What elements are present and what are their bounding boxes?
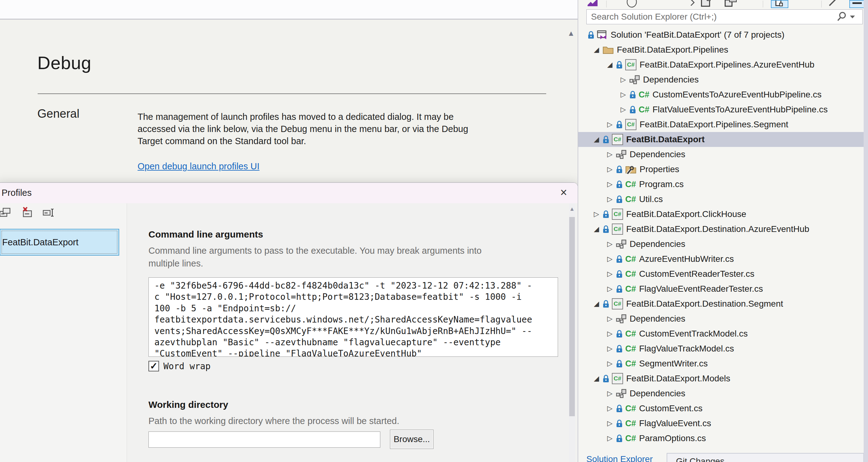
lock-icon [602,210,609,219]
expand-expander-icon[interactable]: ▷ [621,105,629,114]
tree-row[interactable]: ◢C#FeatBit.DataExport.Destination.AzureE… [578,222,864,237]
expand-expander-icon[interactable]: ▷ [607,359,616,368]
expand-expander-icon[interactable]: ▷ [607,150,616,159]
expand-expander-icon[interactable]: ▷ [607,165,616,174]
dialog-titlebar[interactable]: Profiles × [0,183,578,203]
lock-icon [602,225,609,234]
tree-row[interactable]: ▷C#Util.cs [578,192,864,207]
expand-expander-icon[interactable]: ▷ [607,419,616,428]
new-profile-icon[interactable] [0,207,11,219]
tree-row[interactable]: ▷Dependencies [578,72,864,87]
dialog-scrollbar-thumb[interactable] [569,217,575,416]
search-icon[interactable] [836,11,847,23]
tree-row[interactable]: ◢C#FeatBit.DataExport [578,132,864,147]
dialog-scrollbar[interactable]: ▲ [569,203,575,462]
tree-row[interactable]: ▷C#Program.cs [578,177,864,192]
tab-git-changes[interactable]: Git Changes [666,453,864,462]
expand-expander-icon[interactable]: ▷ [607,404,616,413]
search-input[interactable]: Search Solution Explorer (Ctrl+;) [587,12,836,22]
visual-studio-window: ▲ Debug General The management of launch… [0,0,868,462]
expand-expander-icon[interactable]: ▷ [607,314,616,323]
expand-expander-icon[interactable]: ▷ [607,329,616,338]
rename-profile-icon[interactable] [43,207,55,219]
tree-row[interactable]: ▷Dependencies [578,311,864,326]
collapse-expander-icon[interactable]: ◢ [594,135,602,144]
pencil-icon[interactable] [827,0,839,8]
chevron-down-icon[interactable] [850,16,855,19]
tree-item-label: Dependencies [643,75,699,85]
lock-icon [616,61,623,69]
solution-tree: Solution 'FeatBit.DataExport' (7 of 7 pr… [578,27,864,446]
tree-row[interactable]: ▷Dependencies [578,237,864,251]
expand-expander-icon[interactable]: ▷ [607,434,616,443]
tree-row[interactable]: ▷Dependencies [578,386,864,401]
window-stack-icon[interactable] [700,0,722,8]
browse-button[interactable]: Browse... [390,430,434,449]
collapse-all-icon[interactable] [849,0,864,8]
tree-row[interactable]: ▷C#CustomEventReaderTester.cs [578,267,864,281]
expand-expander-icon[interactable]: ▷ [621,90,629,99]
lock-icon [616,404,623,413]
expand-expander-icon[interactable]: ▷ [607,255,616,264]
toolbar-separator [821,1,822,7]
collapse-expander-icon[interactable]: ◢ [594,45,602,54]
close-icon[interactable]: × [556,184,571,201]
tree-row[interactable]: ▷C#FlatValueEventsToAzureEventHubPipelin… [578,102,864,117]
tree-row[interactable]: ◢C#FeatBit.DataExport.Destination.Segmen… [578,297,864,311]
open-debug-launch-profiles-link[interactable]: Open debug launch profiles UI [137,161,259,172]
tree-row[interactable]: ▷C#ParamOptions.cs [578,431,864,446]
tree-row[interactable]: ▷C#CustomEvent.cs [578,401,864,416]
csharp-file-icon: C# [625,254,636,264]
filter-icon[interactable] [625,0,639,8]
tree-row[interactable]: ▷Properties [578,162,864,177]
expand-expander-icon[interactable]: ▷ [607,180,616,189]
tree-row[interactable]: ▷C#FlagValueTrackModel.cs [578,341,864,356]
command-line-arguments-input[interactable]: -e "32f6be54-6796-44dd-bc82-f4824b0da13c… [149,277,558,357]
expand-expander-icon[interactable]: ▷ [607,120,616,129]
tool-window-tabs: Solution Explorer Git Changes [578,453,864,462]
window-stack-icon[interactable] [724,0,741,8]
lock-icon [616,419,623,428]
expand-expander-icon[interactable]: ▷ [607,240,616,248]
folder-icon [602,45,614,55]
tree-row[interactable]: ▷C#AzureEventHubWriter.cs [578,251,864,267]
expand-expander-icon[interactable]: ▷ [607,270,616,278]
chevron-icon[interactable] [690,0,696,8]
delete-profile-icon[interactable] [21,207,33,219]
vs-home-icon[interactable] [586,0,601,8]
collapse-expander-icon[interactable]: ◢ [594,374,602,383]
tree-row[interactable]: ◢C#FeatBit.DataExport.Models [578,371,864,386]
working-directory-input[interactable] [149,431,380,448]
expand-expander-icon[interactable]: ▷ [607,195,616,204]
page-scroll-up-icon[interactable]: ▲ [567,29,575,37]
profiles-sidebar: FeatBit.DataExport [0,203,127,462]
word-wrap-checkbox[interactable]: ✓ [149,361,159,371]
tree-row[interactable]: ▷C#FlagValueEvent.cs [578,416,864,431]
collapse-expander-icon[interactable]: ◢ [607,60,616,69]
tree-row[interactable]: ▷C#SegmentWriter.cs [578,356,864,371]
tree-row[interactable]: ▷C#CustomEventTrackModel.cs [578,326,864,341]
collapse-expander-icon[interactable]: ◢ [594,225,602,234]
expand-expander-icon[interactable]: ▷ [607,344,616,353]
tree-row[interactable]: ▷C#CustomEventsToAzureEventHubPipeline.c… [578,87,864,102]
tree-row[interactable]: ◢C#FeatBit.DataExport.Pipelines.AzureEve… [578,57,864,72]
profile-list-item[interactable]: FeatBit.DataExport [0,229,119,255]
tab-solution-explorer[interactable]: Solution Explorer [586,454,653,462]
lock-icon [602,300,609,308]
expand-expander-icon[interactable]: ▷ [594,210,602,219]
tree-row[interactable]: ▷C#FeatBit.DataExport.Pipelines.Segment [578,117,864,132]
csharp-file-icon: C# [625,194,636,204]
collapse-expander-icon[interactable]: ◢ [594,300,602,308]
sync-with-active-document-icon[interactable] [771,0,788,8]
expand-expander-icon[interactable]: ▷ [607,389,616,398]
tree-row[interactable]: Solution 'FeatBit.DataExport' (7 of 7 pr… [578,27,864,42]
expand-expander-icon[interactable]: ▷ [607,284,616,293]
csharp-file-icon: C# [625,329,636,339]
tree-row[interactable]: ▷C#FeatBit.DataExport.ClickHouse [578,207,864,222]
scrollbar-up-icon[interactable]: ▲ [569,205,575,213]
tree-item-label: FlagValueTrackModel.cs [639,344,734,353]
tree-row[interactable]: ▷Dependencies [578,147,864,162]
tree-row[interactable]: ▷C#FlagValueEventReaderTester.cs [578,281,864,297]
tree-row[interactable]: ◢FeatBit.DataExport.Pipelines [578,42,864,57]
expand-expander-icon[interactable]: ▷ [621,75,629,84]
